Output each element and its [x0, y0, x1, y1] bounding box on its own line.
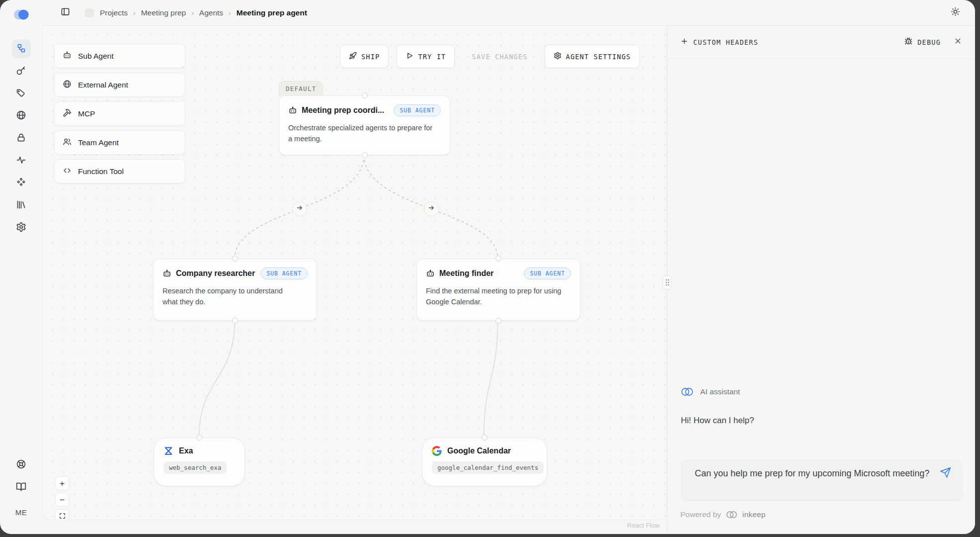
sidebar-item-tags[interactable]: [12, 84, 31, 103]
node-title: Google Calendar: [447, 447, 511, 455]
desktop-backdrop: ME Projects › Meeting prep › Agents › Me…: [0, 0, 980, 537]
node-handle[interactable]: [232, 318, 238, 324]
shapes-icon: [16, 177, 26, 189]
custom-headers-label: CUSTOM HEADERS: [693, 38, 758, 46]
code-icon: [63, 166, 72, 177]
node-meeting-finder[interactable]: Meeting finder SUB AGENT Find the extern…: [416, 259, 580, 321]
zoom-in-button[interactable]: +: [55, 476, 69, 490]
docs-button[interactable]: [12, 478, 31, 497]
sidebar-toggle-button[interactable]: [61, 7, 70, 18]
node-handle[interactable]: [362, 92, 368, 98]
bot-icon: [63, 51, 72, 62]
try-it-button[interactable]: TRY IT: [397, 45, 455, 68]
sidebar-item-graph[interactable]: [12, 39, 31, 58]
key-icon: [16, 65, 26, 78]
tool-name-pill: web_search_exa: [163, 461, 227, 474]
bug-icon: [904, 37, 912, 47]
debug-button[interactable]: DEBUG: [904, 37, 941, 47]
palette-item-sub-agent[interactable]: Sub Agent: [54, 44, 185, 68]
fit-view-button[interactable]: [55, 509, 69, 520]
help-button[interactable]: [12, 455, 31, 474]
node-meeting-prep-coordinator[interactable]: Meeting prep coordi... SUB AGENT Orchest…: [279, 95, 450, 155]
node-description: Find the external meeting to prep for us…: [426, 285, 562, 308]
play-icon: [406, 52, 413, 61]
sidebar-item-activity[interactable]: [12, 151, 31, 170]
flow-canvas[interactable]: Sub Agent External Agent MCP Team Agent …: [42, 26, 667, 520]
left-rail: ME: [0, 0, 42, 534]
globe-icon: [16, 110, 26, 122]
sidebar-item-components[interactable]: [12, 174, 31, 192]
breadcrumb-separator: ›: [191, 9, 194, 17]
inkeep-mark-icon: [680, 387, 694, 397]
palette-item-label: Function Tool: [78, 167, 124, 176]
node-handle[interactable]: [232, 256, 238, 262]
assistant-header: AI assistant: [680, 387, 740, 397]
breadcrumb-project[interactable]: Meeting prep: [141, 8, 186, 17]
powered-by-footer[interactable]: Powered by inkeep: [680, 510, 963, 519]
node-handle[interactable]: [196, 435, 202, 441]
topbar: Projects › Meeting prep › Agents › Meeti…: [42, 0, 975, 26]
edge-relation-badge: [424, 201, 439, 216]
palette-item-team-agent[interactable]: Team Agent: [54, 130, 185, 155]
ship-button[interactable]: SHIP: [340, 45, 389, 68]
breadcrumb-separator: ›: [133, 9, 136, 17]
node-exa-tool[interactable]: Exa web_search_exa: [154, 438, 245, 486]
chat-input[interactable]: Can you help me prep for my upcoming Mic…: [680, 459, 963, 500]
sidebar-item-settings[interactable]: [12, 218, 31, 237]
users-icon: [63, 137, 72, 148]
app-window: ME Projects › Meeting prep › Agents › Me…: [0, 0, 975, 534]
breadcrumb-separator: ›: [229, 9, 231, 17]
sidebar-item-external[interactable]: [12, 106, 31, 125]
assistant-message: Hi! How can I help?: [681, 416, 754, 426]
palette-item-external-agent[interactable]: External Agent: [54, 73, 185, 97]
node-description: Orchestrate specialized agents to prepar…: [288, 122, 434, 145]
node-google-calendar-tool[interactable]: Google Calendar google_calendar_find_eve…: [422, 438, 547, 486]
activity-icon: [16, 155, 26, 167]
sub-agent-badge: SUB AGENT: [260, 268, 308, 279]
try-it-panel: CUSTOM HEADERS DEBUG AI assistant Hi! Ho…: [667, 26, 975, 534]
tool-name-pill: google_calendar_find_events: [432, 461, 544, 474]
rail-nav: [0, 39, 42, 237]
edge-relation-badge: [292, 201, 307, 216]
workflow-icon: [16, 43, 26, 55]
panel-resize-handle[interactable]: [662, 275, 672, 289]
breadcrumb-agents[interactable]: Agents: [199, 8, 223, 17]
send-button[interactable]: [940, 467, 951, 480]
brand-name: inkeep: [742, 510, 766, 519]
palette-item-label: Team Agent: [78, 138, 119, 147]
sidebar-item-credentials[interactable]: [12, 129, 31, 148]
zoom-out-button[interactable]: −: [55, 493, 69, 507]
exa-logo-icon: [163, 446, 173, 456]
tag-icon: [16, 88, 26, 100]
agent-settings-button[interactable]: AGENT SETTINGS: [545, 45, 640, 68]
breadcrumb-projects[interactable]: Projects: [100, 8, 128, 17]
palette-item-function-tool[interactable]: Function Tool: [54, 159, 185, 183]
chat-input-value: Can you help me prep for my upcoming Mic…: [680, 459, 963, 481]
sidebar-item-library[interactable]: [12, 196, 31, 215]
close-panel-button[interactable]: [954, 37, 962, 47]
palette-item-label: Sub Agent: [78, 52, 114, 61]
sidebar-item-keys[interactable]: [12, 62, 31, 81]
google-logo-icon: [432, 446, 442, 456]
palette-item-label: MCP: [78, 109, 95, 118]
theme-toggle-button[interactable]: [951, 7, 960, 18]
powered-by-label: Powered by: [680, 510, 721, 519]
node-handle[interactable]: [482, 435, 488, 441]
save-changes-button[interactable]: SAVE CHANGES: [463, 45, 536, 68]
lifebuoy-icon: [16, 459, 26, 471]
custom-headers-button[interactable]: CUSTOM HEADERS: [680, 37, 758, 47]
node-handle[interactable]: [495, 318, 501, 324]
arrow-right-icon: [296, 204, 303, 213]
inkeep-logo[interactable]: [12, 8, 31, 23]
palette-item-mcp[interactable]: MCP: [54, 101, 185, 126]
ship-button-label: SHIP: [361, 53, 380, 61]
react-flow-attribution[interactable]: React Flow: [627, 522, 659, 529]
palette-item-label: External Agent: [78, 81, 128, 90]
node-handle[interactable]: [362, 152, 368, 158]
globe-icon: [63, 80, 72, 90]
user-avatar[interactable]: ME: [15, 508, 27, 517]
node-handle[interactable]: [495, 256, 501, 262]
debug-label: DEBUG: [917, 38, 941, 46]
breadcrumb: Projects › Meeting prep › Agents › Meeti…: [100, 8, 307, 17]
node-company-researcher[interactable]: Company researcher SUB AGENT Research th…: [153, 259, 317, 321]
